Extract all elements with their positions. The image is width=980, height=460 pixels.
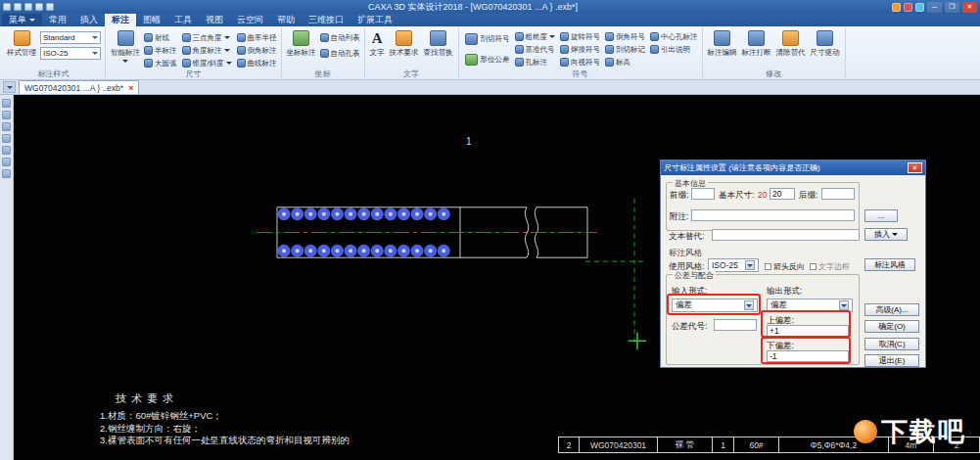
clear-override-button[interactable]: 清除替代 <box>775 28 807 60</box>
style-manager-button[interactable]: 样式管理 <box>6 28 37 60</box>
title-block-cell: WG070420301 <box>580 437 658 453</box>
tab-list-dropdown[interactable] <box>3 81 16 93</box>
rotation-symbol-item[interactable]: 旋转符号 <box>560 30 600 43</box>
tab-help[interactable]: 帮助 <box>270 14 302 26</box>
section-symbol-button[interactable]: 剖切符号 <box>463 29 512 49</box>
drawing-canvas[interactable]: 1 技术要求 1.材质：60#镀锌钢丝+PVC； 2.钢丝缠制方向：右旋； 3.… <box>14 95 980 460</box>
ribbon: 样式管理 Standard ISO-25 标注样式 智能标注 射线 三点角度 <box>0 26 980 80</box>
side-tool-icon-5[interactable] <box>2 146 11 155</box>
tab-menu[interactable]: 菜单 <box>2 14 42 26</box>
note-input[interactable] <box>691 209 855 221</box>
chamfer-symbol-item[interactable]: 倒角符号 <box>605 30 645 43</box>
edit-dim-button[interactable]: 标注编辑 <box>707 28 738 60</box>
large-arc-item[interactable]: 大圆弧 <box>144 57 177 69</box>
maximize-button[interactable]: ❐ <box>945 2 959 13</box>
chamfer-dim-item[interactable]: 倒角标注 <box>237 44 277 57</box>
suffix-label: 后缀: <box>799 190 817 202</box>
center-hole-icon <box>650 32 659 41</box>
dialog-close-button[interactable]: ✕ <box>908 162 922 173</box>
text-style-select[interactable]: Standard <box>40 31 101 44</box>
style-manager-button[interactable]: 标注风格 <box>864 258 915 271</box>
curve-dim-item[interactable]: 曲线标注 <box>237 57 277 69</box>
ray-dim-item[interactable]: 射线 <box>144 31 177 44</box>
print-icon[interactable] <box>46 3 54 11</box>
redo-icon[interactable] <box>35 3 43 11</box>
prefix-input[interactable] <box>691 188 715 200</box>
auto-list-item[interactable]: 自动列表 <box>320 31 360 44</box>
half-dim-item[interactable]: 半标注 <box>144 44 177 57</box>
basic-dim-input[interactable] <box>770 188 795 200</box>
angle-dim-item[interactable]: 角度标注 <box>182 44 232 57</box>
curvature-radius-item[interactable]: 曲率半径 <box>237 31 277 44</box>
elevation-item[interactable]: 标高 <box>605 56 645 69</box>
input-form-select[interactable]: 偏差 <box>672 299 758 312</box>
exit-button[interactable]: 退出(E) <box>864 354 919 367</box>
find-replace-button[interactable]: 查找替换 <box>423 28 454 60</box>
tab-tools[interactable]: 工具 <box>167 14 199 26</box>
tab-annotation[interactable]: 标注 <box>105 14 136 26</box>
save-icon[interactable] <box>14 3 22 11</box>
side-tool-icon-4[interactable] <box>2 134 11 143</box>
suffix-input[interactable] <box>821 188 855 200</box>
text-replace-input[interactable] <box>712 229 860 241</box>
tab-insert[interactable]: 插入 <box>73 14 105 26</box>
tab-close-icon[interactable]: × <box>128 83 133 93</box>
upper-deviation-input[interactable] <box>767 325 849 337</box>
ok-button[interactable]: 确定(O) <box>864 320 919 333</box>
cloud-icon[interactable] <box>915 3 924 12</box>
insert-button[interactable]: 插入 <box>864 228 908 241</box>
dim-drive-button[interactable]: 尺寸驱动 <box>810 28 841 60</box>
lower-deviation-input[interactable] <box>767 350 849 362</box>
weld-symbol-item[interactable]: 焊接符号 <box>560 43 600 56</box>
output-form-select[interactable]: 偏差 <box>767 299 853 312</box>
group-label: 尺寸 <box>110 69 277 79</box>
dialog-title-bar[interactable]: 尺寸标注属性设置 (请注意各项内容是否正确) ✕ <box>661 161 925 175</box>
view-direction-item[interactable]: 向视符号 <box>560 56 600 69</box>
break-dim-button[interactable]: 标注打断 <box>741 28 772 60</box>
advanced-button[interactable]: 高级(A)... <box>864 303 919 316</box>
three-point-angle-item[interactable]: 三点角度 <box>182 31 232 44</box>
hole-mark-item[interactable]: 孔标注 <box>515 56 556 69</box>
datum-code-item[interactable]: 基准代号 <box>515 43 556 56</box>
side-tool-icon-7[interactable] <box>2 169 11 178</box>
roughness-item[interactable]: 粗糙度 <box>515 30 556 43</box>
more-button[interactable]: ... <box>864 209 898 222</box>
side-tool-icon-6[interactable] <box>2 158 11 166</box>
side-toolbar <box>0 95 14 460</box>
arrow-reverse-checkbox[interactable]: 箭头反向 <box>765 261 805 272</box>
leader-note-icon <box>650 45 659 54</box>
tab-ext-tools[interactable]: 扩展工具 <box>350 14 399 26</box>
message-icon[interactable] <box>904 3 912 12</box>
tab-view[interactable]: 视图 <box>199 14 230 26</box>
tech-req-button[interactable]: 技术要求 <box>389 28 420 60</box>
gdt-button[interactable]: 形位公差 <box>463 50 512 69</box>
leader-note-item[interactable]: 引出说明 <box>650 43 698 56</box>
tab-sheet[interactable]: 图幅 <box>136 14 167 26</box>
center-hole-item[interactable]: 中心孔标注 <box>650 30 698 43</box>
side-tool-icon-3[interactable] <box>2 122 11 131</box>
cancel-button[interactable]: 取消(C) <box>864 338 919 350</box>
coord-dim-button[interactable]: 坐标标注 <box>286 28 317 60</box>
minimize-button[interactable]: ─ <box>927 2 942 13</box>
side-tool-icon-1[interactable] <box>2 99 11 108</box>
tolerance-code-input[interactable] <box>714 319 757 331</box>
dim-style-select[interactable]: ISO-25 <box>40 47 101 60</box>
tab-3d-interface[interactable]: 三维接口 <box>302 14 350 26</box>
section-mark-item[interactable]: 剖切标记 <box>605 43 645 56</box>
tab-cloud-space[interactable]: 云空间 <box>230 14 270 26</box>
chevron-down-icon <box>744 300 754 310</box>
document-tab[interactable]: WG070420301 ...A } ..exb* × <box>19 80 139 94</box>
undo-icon[interactable] <box>24 3 32 11</box>
side-tool-icon-2[interactable] <box>2 111 11 119</box>
community-icon[interactable] <box>892 3 901 12</box>
text-border-checkbox[interactable]: 文字边框 <box>810 261 850 272</box>
window-title: CAXA 3D 实体设计2018 - [WG070420301 ...A } .… <box>57 1 889 14</box>
group-label: 坐标 <box>286 69 360 79</box>
tab-common[interactable]: 常用 <box>42 14 73 26</box>
smart-dim-button[interactable]: 智能标注 <box>110 28 141 65</box>
coord-dim-icon <box>293 30 309 46</box>
taper-slope-item[interactable]: 锥度/斜度 <box>182 57 232 69</box>
auto-hole-table-item[interactable]: 自动孔表 <box>320 47 360 60</box>
close-button[interactable]: ✕ <box>962 2 977 13</box>
text-button[interactable]: A 文字 <box>369 28 386 60</box>
